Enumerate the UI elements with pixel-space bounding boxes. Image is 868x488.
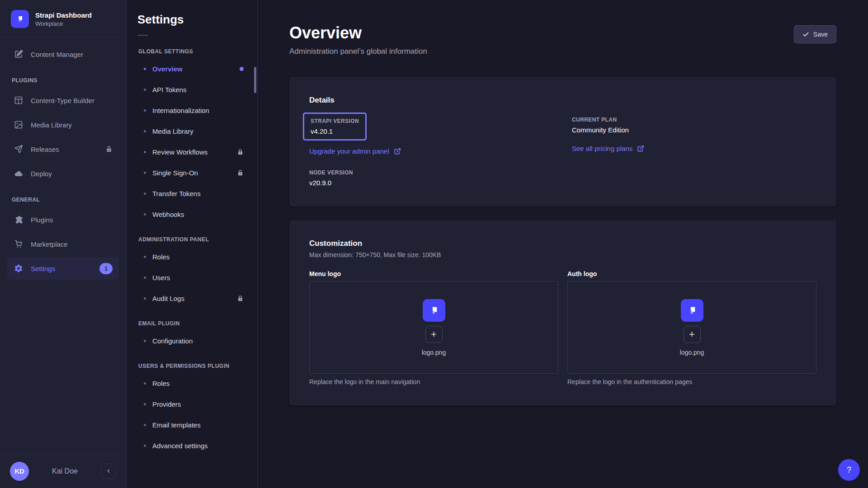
- nav-item-content-type-builder[interactable]: Content-Type Builder: [7, 89, 119, 112]
- page-header: Overview Administration panel’s global i…: [289, 0, 836, 56]
- plus-icon: +: [431, 328, 437, 340]
- nav-item-label: Settings: [31, 265, 92, 272]
- subnav-item-label: Providers: [152, 400, 244, 408]
- page-subtitle: Administration panel’s global informatio…: [289, 47, 427, 56]
- subnav-item-label: Review Workflows: [152, 148, 231, 156]
- bullet-icon: [144, 192, 146, 195]
- main-nav: Content Manager PLUGINS Content-Type Bui…: [0, 38, 126, 287]
- notification-dot-icon: [240, 67, 244, 71]
- subnav-section-label: USERS & PERMISSIONS PLUGIN: [132, 363, 252, 369]
- nav-item-content-manager[interactable]: Content Manager: [7, 43, 119, 66]
- subnav-item-transfer-tokens[interactable]: Transfer Tokens: [132, 184, 252, 203]
- nav-item-label: Plugins: [31, 216, 113, 224]
- subnav-item-email-templates[interactable]: Email templates: [132, 415, 252, 434]
- subnav-item-providers[interactable]: Providers: [132, 394, 252, 413]
- customization-title: Customization: [309, 239, 816, 248]
- bullet-icon: [144, 256, 146, 258]
- bullet-icon: [144, 68, 146, 70]
- menu-logo-upload-box[interactable]: + logo.png: [309, 281, 558, 374]
- lock-icon: [237, 295, 244, 302]
- nav-item-releases[interactable]: Releases: [7, 138, 119, 160]
- bullet-icon: [144, 109, 146, 112]
- subnav-item-up-roles[interactable]: Roles: [132, 374, 252, 393]
- app-root: Strapi Dashboard Workplace Content Manag…: [0, 0, 868, 488]
- auth-logo-upload-box[interactable]: + logo.png: [567, 281, 816, 374]
- nav-item-label: Releases: [31, 145, 98, 153]
- auth-logo-field: Auth logo + logo.png Replace the logo in…: [567, 270, 816, 385]
- layout-icon: [14, 95, 24, 105]
- strapi-logo-icon: [423, 299, 445, 322]
- subnav-item-overview[interactable]: Overview: [132, 59, 252, 78]
- workspace-brand: Strapi Dashboard Workplace: [0, 0, 126, 38]
- external-link-icon: [637, 145, 644, 152]
- bullet-icon: [144, 297, 146, 300]
- bullet-icon: [144, 424, 146, 426]
- bullet-icon: [144, 382, 146, 385]
- save-button[interactable]: Save: [794, 25, 836, 43]
- nav-item-label: Media Library: [31, 121, 113, 129]
- subnav-list: GLOBAL SETTINGS Overview API Tokens Inte…: [127, 48, 257, 455]
- user-name: Kai Doe: [35, 467, 94, 475]
- bullet-icon: [144, 172, 146, 174]
- auth-logo-hint: Replace the logo in the authentication p…: [567, 378, 816, 385]
- menu-logo-label: Menu logo: [309, 270, 558, 277]
- current-plan-block: CURRENT PLAN Community Edition: [572, 117, 816, 134]
- subnav-item-api-tokens[interactable]: API Tokens: [132, 80, 252, 99]
- bullet-icon: [144, 445, 146, 447]
- check-icon: [802, 31, 809, 38]
- details-title: Details: [309, 96, 816, 105]
- bullet-icon: [144, 130, 146, 132]
- main-content: Overview Administration panel’s global i…: [258, 0, 868, 488]
- subnav-item-webhooks[interactable]: Webhooks: [132, 205, 252, 224]
- subnav-item-single-sign-on[interactable]: Single Sign-On: [132, 163, 252, 182]
- subnav-item-review-workflows[interactable]: Review Workflows: [132, 142, 252, 161]
- subnav-header: Settings: [127, 0, 257, 36]
- add-logo-button[interactable]: +: [684, 326, 701, 343]
- subnav-item-roles[interactable]: Roles: [132, 247, 252, 266]
- subnav-item-internationalization[interactable]: Internationalization: [132, 101, 252, 120]
- nav-item-label: Deploy: [31, 170, 113, 178]
- subnav-item-label: Internationalization: [152, 107, 244, 114]
- subnav-item-users[interactable]: Users: [132, 268, 252, 287]
- subnav-scrollbar-thumb[interactable]: [254, 67, 256, 93]
- pricing-plans-link[interactable]: See all pricing plans: [572, 145, 644, 152]
- nav-section-plugins: PLUGINS: [7, 77, 119, 84]
- node-version-label: NODE VERSION: [309, 169, 554, 176]
- pen-icon: [14, 49, 24, 59]
- help-button[interactable]: ?: [838, 459, 860, 481]
- chevron-left-icon: ‹: [107, 466, 110, 474]
- nav-item-plugins[interactable]: Plugins: [7, 208, 119, 231]
- settings-subnav: Settings GLOBAL SETTINGS Overview API To…: [127, 0, 258, 488]
- bullet-icon: [144, 340, 146, 342]
- details-left-column: STRAPI VERSION v4.20.1 Upgrade your admi…: [309, 117, 554, 187]
- nav-item-marketplace[interactable]: Marketplace: [7, 233, 119, 255]
- nav-item-deploy[interactable]: Deploy: [7, 162, 119, 185]
- nav-item-settings[interactable]: Settings 1: [7, 257, 119, 280]
- add-logo-button[interactable]: +: [425, 326, 443, 343]
- subnav-item-advanced-settings[interactable]: Advanced settings: [132, 436, 252, 455]
- details-card: Details STRAPI VERSION v4.20.1 Upgrade y…: [289, 77, 836, 206]
- upgrade-admin-panel-link[interactable]: Upgrade your admin panel: [309, 147, 401, 155]
- subnav-item-label: Audit Logs: [152, 295, 231, 302]
- details-grid: STRAPI VERSION v4.20.1 Upgrade your admi…: [309, 117, 816, 187]
- subnav-item-configuration[interactable]: Configuration: [132, 331, 252, 350]
- plus-icon: +: [689, 328, 695, 340]
- main-sidebar: Strapi Dashboard Workplace Content Manag…: [0, 0, 127, 488]
- subnav-item-label: Roles: [152, 380, 244, 387]
- question-mark-icon: ?: [847, 465, 851, 475]
- collapse-sidebar-button[interactable]: ‹: [101, 464, 116, 479]
- avatar[interactable]: KD: [10, 462, 29, 481]
- nav-item-media-library[interactable]: Media Library: [7, 113, 119, 136]
- subnav-item-media-library[interactable]: Media Library: [132, 122, 252, 141]
- puzzle-icon: [14, 215, 24, 225]
- page-title-block: Overview Administration panel’s global i…: [289, 23, 427, 56]
- subnav-item-label: Single Sign-On: [152, 169, 231, 177]
- subnav-item-label: Email templates: [152, 421, 244, 429]
- subnav-section-email-plugin: EMAIL PLUGIN Configuration: [132, 320, 252, 350]
- subnav-item-label: Media Library: [152, 127, 244, 135]
- subnav-section-label: GLOBAL SETTINGS: [132, 48, 252, 55]
- save-button-label: Save: [813, 31, 828, 38]
- menu-logo-hint: Replace the logo in the main navigation: [309, 378, 558, 385]
- subnav-item-audit-logs[interactable]: Audit Logs: [132, 289, 252, 308]
- node-version-block: NODE VERSION v20.9.0: [309, 169, 554, 187]
